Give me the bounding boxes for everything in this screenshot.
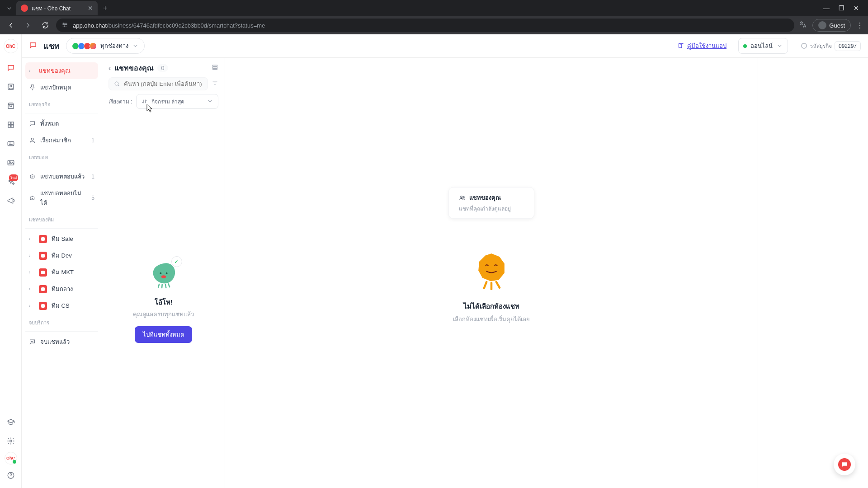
profile-chip[interactable]: Guest (812, 19, 851, 32)
business-id: รหัสธุรกิจ 092297 (801, 41, 861, 51)
chat-list-column: ‹ แชทของคุณ 0 เร (102, 58, 225, 488)
list-count: 0 (157, 64, 168, 72)
rail-ai-icon[interactable]: ใหม่ (3, 174, 19, 190)
team-icon (39, 302, 47, 310)
search-input[interactable] (108, 77, 208, 90)
svg-point-4 (10, 85, 12, 87)
sort-dropdown[interactable]: กิจกรรม ล่าสุด (136, 94, 218, 109)
window-minimize-icon[interactable]: — (823, 5, 830, 12)
layout-toggle-icon[interactable] (212, 64, 218, 72)
svg-point-2 (64, 25, 65, 27)
sidebar-item-team[interactable]: › ทีม Dev (25, 247, 98, 264)
status-label: ออนไลน์ (750, 41, 773, 51)
chat-detail-column: แชทของคุณ แชทที่คุณกำลังดูแลอยู่ ไม่ได้เ… (225, 58, 758, 488)
team-icon (39, 252, 47, 260)
list-title: แชทของคุณ (114, 62, 154, 74)
svg-point-15 (31, 138, 33, 141)
channel-dropdown[interactable]: ทุกช่องทาง (66, 38, 145, 54)
channel-label: ทุกช่องทาง (100, 41, 128, 51)
sidebar-item-call-member[interactable]: เรียกสมาชิก 1 (25, 132, 98, 149)
help-fab[interactable] (834, 454, 855, 475)
svg-point-23 (165, 272, 167, 274)
rail-store-icon[interactable] (3, 98, 19, 114)
svg-point-21 (115, 82, 118, 85)
rail-learn-icon[interactable] (3, 414, 19, 430)
window-close-icon[interactable]: ✕ (854, 5, 859, 12)
svg-point-24 (161, 275, 166, 278)
right-panel (758, 58, 868, 488)
chevron-right-icon: › (29, 68, 34, 73)
filter-icon[interactable] (212, 80, 218, 88)
translate-icon[interactable] (799, 20, 807, 30)
svg-rect-18 (213, 65, 217, 66)
svg-rect-6 (11, 122, 13, 124)
business-code: 092297 (835, 41, 861, 51)
bot-x-icon (29, 195, 36, 202)
check-badge-icon: ✓ (171, 256, 182, 267)
sidebar-item-bot-unanswered[interactable]: แชทบอทตอบไม่ได้ 5 (25, 185, 98, 211)
chat-sidebar: › แชทของคุณ แชทปักหมุด แชทธุรกิจ ทั้งหมด… (22, 58, 102, 488)
sidebar-item-ended[interactable]: จบแชทแล้ว (25, 333, 98, 350)
sidebar-item-bot-answered[interactable]: แชทบอทตอบแล้ว 1 (25, 168, 98, 185)
tab-close-icon[interactable]: ✕ (88, 5, 93, 12)
chevron-right-icon: › (29, 286, 34, 291)
rail-settings-icon[interactable] (3, 433, 19, 449)
chevron-down-icon (132, 42, 139, 49)
site-settings-icon[interactable] (61, 21, 68, 29)
svg-point-26 (463, 197, 464, 198)
sidebar-item-pinned[interactable]: แชทปักหมุด (25, 79, 98, 96)
empty-title: โอ้โห! (155, 297, 173, 308)
svg-point-0 (63, 23, 65, 24)
svg-rect-7 (8, 125, 10, 127)
svg-point-22 (160, 272, 161, 274)
window-maximize-icon[interactable]: ❐ (839, 5, 844, 12)
sidebar-item-team[interactable]: › ทีม MKT (25, 264, 98, 281)
rail-broadcast-icon[interactable] (3, 136, 19, 152)
sidebar-item-team[interactable]: › ทีม CS (25, 297, 98, 314)
rail-help-icon[interactable] (3, 467, 19, 483)
sidebar-item-team[interactable]: › ทีมกลาง (25, 281, 98, 297)
nav-reload-icon[interactable] (39, 19, 52, 32)
address-bar[interactable]: app.oho.chat/business/64746afdfecbc09c2c… (56, 19, 794, 32)
sidebar-item-all[interactable]: ทั้งหมด (25, 115, 98, 132)
team-icon (39, 235, 47, 243)
detail-empty-title: ไม่ได้เลือกห้องแชท (463, 301, 519, 312)
svg-point-12 (9, 440, 12, 442)
sidebar-item-team[interactable]: › ทีม Sale (25, 230, 98, 247)
svg-rect-8 (11, 125, 13, 127)
rail-dashboard-icon[interactable] (3, 117, 19, 133)
svg-rect-20 (213, 69, 217, 70)
empty-subtitle: คุณดูแลครบทุกแชทแล้ว (133, 310, 194, 319)
search-field[interactable] (124, 80, 203, 87)
search-icon (113, 80, 120, 87)
book-icon (678, 42, 684, 49)
pin-icon (29, 84, 36, 91)
chat-bubble-icon (838, 458, 851, 471)
rail-user-avatar[interactable]: OhC (5, 452, 17, 465)
sort-label: เรียงตาม : (108, 97, 132, 106)
detail-illustration-icon (471, 249, 512, 290)
svg-rect-9 (8, 142, 14, 146)
profile-label: Guest (829, 22, 845, 29)
nav-back-icon[interactable] (5, 19, 17, 32)
manual-link[interactable]: คู่มือใช้งานแอป (678, 41, 726, 51)
rail-campaign-icon[interactable] (3, 192, 19, 209)
new-tab-button[interactable]: + (103, 4, 107, 12)
sidebar-item-your-chat[interactable]: › แชทของคุณ (25, 62, 98, 79)
status-dropdown[interactable]: ออนไลน์ (738, 38, 788, 54)
browser-tab[interactable]: แชท - Oho Chat ✕ (16, 1, 98, 15)
list-back-icon[interactable]: ‹ (108, 64, 111, 72)
nav-forward-icon[interactable] (22, 19, 34, 32)
rail-contacts-icon[interactable] (3, 79, 19, 95)
page-title: แชท (43, 39, 60, 52)
app-logo-icon[interactable]: OhC (4, 39, 18, 53)
rail-media-icon[interactable] (3, 155, 19, 171)
browser-menu-icon[interactable]: ⋮ (856, 21, 863, 30)
sidebar-section-bot: แชทบอท (25, 149, 98, 164)
tab-title: แชท - Oho Chat (32, 4, 84, 13)
rail-chat-icon[interactable] (3, 60, 19, 76)
go-to-all-chats-button[interactable]: ไปที่แชททั้งหมด (135, 326, 192, 343)
tab-dropdown[interactable] (4, 3, 14, 14)
rail-badge: ใหม่ (9, 174, 18, 181)
team-icon (39, 285, 47, 293)
